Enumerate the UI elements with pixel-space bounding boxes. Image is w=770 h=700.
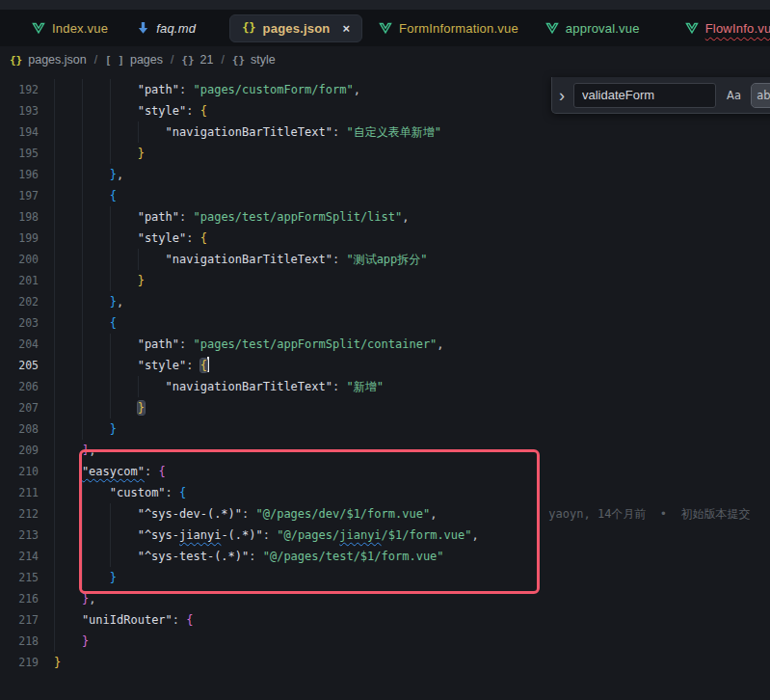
code-line[interactable]: 199"style": { — [0, 228, 770, 249]
line-number[interactable]: 204 — [0, 334, 54, 355]
breadcrumb-item-style[interactable]: {}style — [232, 53, 276, 67]
code-line-content: "easycom": { — [54, 461, 770, 482]
line-number[interactable]: 214 — [0, 546, 54, 567]
code-token: "easycom" — [82, 465, 145, 478]
code-line[interactable]: 209], — [0, 440, 770, 461]
line-number[interactable]: 205 — [0, 355, 54, 376]
code-token: , — [89, 444, 95, 457]
code-line[interactable]: 203{ — [0, 312, 770, 334]
tab-approval.vue[interactable]: approval.vue — [545, 21, 640, 36]
code-line[interactable]: 202}, — [0, 291, 770, 312]
code-line[interactable]: 194"navigationBarTitleText": "自定义表单新增" — [0, 121, 770, 143]
line-number[interactable]: 195 — [0, 143, 54, 164]
tab-Index.vue[interactable]: Index.vue — [32, 21, 108, 36]
line-number[interactable]: 193 — [0, 100, 54, 121]
line-number[interactable]: 207 — [0, 397, 54, 418]
line-number[interactable]: 218 — [0, 631, 54, 652]
line-number[interactable]: 208 — [0, 418, 54, 440]
line-number[interactable]: 198 — [0, 206, 54, 228]
code-token: : — [186, 231, 199, 245]
vue-icon — [685, 22, 699, 35]
indent-guide — [138, 121, 166, 143]
code-line-content: ], — [54, 440, 770, 461]
line-number[interactable]: 203 — [0, 312, 54, 334]
tab-FlowInfo.vu[interactable]: FlowInfo.vu — [685, 21, 770, 36]
code-line[interactable]: 216}, — [0, 588, 770, 609]
indent-guide — [110, 397, 138, 418]
tab-FormInformation.vue[interactable]: FormInformation.vue — [379, 21, 518, 36]
code-line[interactable]: 213"^sys-jianyi-(.*)": "@/pages/jianyi/$… — [0, 525, 770, 546]
tab-close-icon[interactable]: × — [343, 21, 351, 36]
code-line[interactable]: 219} — [0, 652, 770, 673]
code-line[interactable]: 217"uniIdRouter": { — [0, 609, 770, 631]
indent-guide — [54, 79, 82, 100]
code-line[interactable]: 195} — [0, 143, 770, 164]
indent-guide — [54, 503, 82, 525]
tab-faq.md[interactable]: faq.md — [137, 21, 196, 36]
code-line[interactable]: 197{ — [0, 185, 770, 206]
code-line-content: "path": "pages/test/appFormSplit/list", — [54, 206, 770, 228]
line-number[interactable]: 209 — [0, 440, 54, 461]
breadcrumb-item-pages[interactable]: [ ]pages — [105, 53, 163, 67]
code-token: "^sys- — [138, 528, 179, 542]
line-number[interactable]: 192 — [0, 79, 54, 100]
code-line[interactable]: 212"^sys-dev-(.*)": "@/pages/dev/$1/form… — [0, 503, 770, 525]
line-number[interactable]: 216 — [0, 588, 54, 609]
line-number[interactable]: 213 — [0, 525, 54, 546]
line-number[interactable]: 215 — [0, 567, 54, 588]
code-token: : — [263, 528, 277, 542]
line-number[interactable]: 210 — [0, 461, 54, 482]
code-line[interactable]: 211"custom": { — [0, 482, 770, 503]
line-number[interactable]: 196 — [0, 164, 54, 185]
code-token: : — [179, 210, 193, 224]
line-number[interactable]: 211 — [0, 482, 54, 503]
line-number[interactable]: 217 — [0, 609, 54, 631]
code-line[interactable]: 206"navigationBarTitleText": "新增" — [0, 376, 770, 397]
code-token: , — [354, 83, 360, 96]
code-token: } — [138, 401, 145, 415]
code-token: : — [332, 380, 346, 393]
code-line[interactable]: 204"path": "pages/test/appFormSplit/cont… — [0, 334, 770, 355]
indent-guide — [82, 143, 110, 164]
whole-word-button[interactable]: ab — [752, 84, 770, 107]
line-number[interactable]: 206 — [0, 376, 54, 397]
code-token: , — [402, 210, 409, 224]
line-number[interactable]: 202 — [0, 291, 54, 312]
line-number[interactable]: 212 — [0, 503, 54, 525]
line-number[interactable]: 201 — [0, 270, 54, 291]
tab-pages.json[interactable]: {}pages.json× — [229, 14, 362, 42]
text-cursor — [207, 357, 209, 372]
code-line[interactable]: 201} — [0, 270, 770, 291]
indent-guide — [110, 376, 138, 397]
code-line[interactable]: 214"^sys-test-(.*)": "@/pages/test/$1/fo… — [0, 546, 770, 567]
code-line[interactable]: 200"navigationBarTitleText": "测试app拆分" — [0, 249, 770, 270]
breadcrumb-item-21[interactable]: {}21 — [181, 53, 213, 67]
line-number[interactable]: 197 — [0, 185, 54, 206]
code-line[interactable]: 208} — [0, 418, 770, 440]
code-line[interactable]: 196}, — [0, 164, 770, 185]
code-token: "path" — [138, 83, 179, 96]
find-input[interactable] — [573, 83, 716, 108]
line-number[interactable]: 219 — [0, 652, 54, 673]
code-line[interactable]: 205"style": { — [0, 355, 770, 376]
code-token: } — [110, 295, 117, 309]
find-expand-chevron-icon[interactable]: › — [556, 87, 568, 104]
code-line[interactable]: 215} — [0, 567, 770, 588]
line-number[interactable]: 200 — [0, 249, 54, 270]
tab-label: pages.json — [263, 21, 331, 36]
code-line[interactable]: 218} — [0, 631, 770, 652]
indent-guide — [82, 312, 110, 334]
match-case-button[interactable]: Aa — [722, 84, 746, 107]
code-token: { — [110, 316, 117, 330]
code-line[interactable]: 210"easycom": { — [0, 461, 770, 482]
breadcrumb-item-pages.json[interactable]: {}pages.json — [10, 53, 87, 67]
indent-guide — [82, 567, 110, 588]
code-token: "@/pages/test/$1/form.vue" — [263, 550, 444, 563]
breadcrumb-item-label: pages — [130, 53, 163, 67]
code-line[interactable]: 198"path": "pages/test/appFormSplit/list… — [0, 206, 770, 228]
code-editor[interactable]: 192"path": "pages/customForm/form",193"s… — [0, 73, 770, 673]
code-line-content: } — [54, 143, 770, 164]
line-number[interactable]: 199 — [0, 228, 54, 249]
line-number[interactable]: 194 — [0, 121, 54, 143]
code-line[interactable]: 207} — [0, 397, 770, 418]
